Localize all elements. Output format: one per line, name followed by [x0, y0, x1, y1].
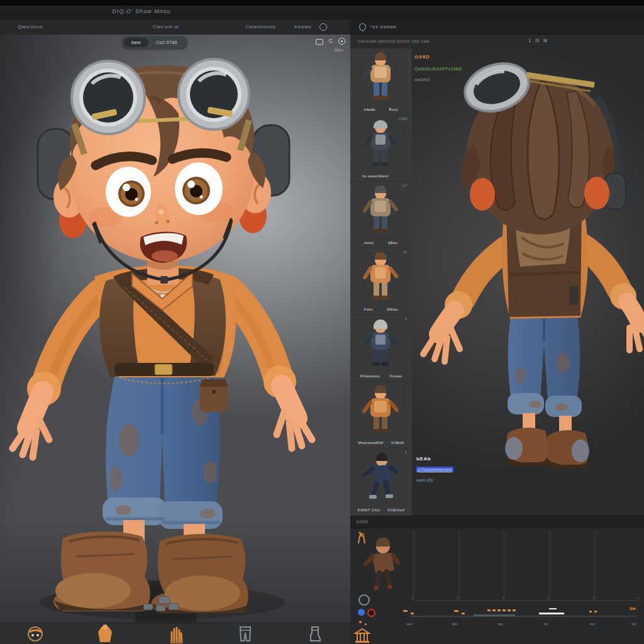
clip-bar-white[interactable]	[539, 613, 564, 614]
rotate-c-icon[interactable]: C	[327, 37, 335, 45]
detail-link[interactable]: pOwwwwwwwww	[416, 467, 453, 472]
selection-subtext: cwcVe3	[414, 77, 462, 82]
keyframe-dot-icon	[359, 621, 362, 623]
keyframe-mark[interactable]	[403, 610, 408, 612]
right-panel-header: ^ex eeewe	[350, 19, 644, 35]
variant-thumb-7	[357, 452, 404, 501]
keyframe-mark[interactable]	[594, 611, 597, 613]
grid-tick: +	[411, 596, 414, 599]
variant-thumb-1	[357, 52, 404, 101]
list-item-6[interactable]: MwwwwwWWKNE00	[350, 382, 412, 448]
list-item-2[interactable]: C9/0 hu wawnWard	[350, 115, 412, 182]
viewport-toolbar: C	[316, 37, 345, 45]
variant-list: kaaabBuvy C9/0 hu wawnWard	[350, 48, 413, 516]
variant-thumb-4	[357, 252, 404, 301]
clip-bar-gray[interactable]	[474, 614, 515, 616]
sync-circle-icon[interactable]	[319, 23, 327, 31]
head-category-button[interactable]	[0, 625, 70, 643]
detail-subtext: wwII-diS	[416, 478, 453, 482]
building-icon[interactable]	[353, 627, 371, 644]
item-labels: MwwwwwWWKNE00	[350, 441, 412, 445]
feet-category-button[interactable]	[280, 625, 350, 643]
frame-icon[interactable]	[316, 39, 323, 45]
keyframe-mark[interactable]	[462, 613, 465, 614]
timeline-track[interactable]	[410, 616, 636, 617]
item-meta: 1	[405, 317, 407, 321]
timeline-character-thumb[interactable]	[362, 538, 401, 591]
window-title: DIQ.O' Shaw Mnou	[0, 8, 283, 14]
viewport-front[interactable]: bew Ck0 5786 C 4km	[0, 35, 350, 623]
viewport-back[interactable]: G99D Qwb0bUEb9FFx1bb5 cwcVe3 bEAb pOwwww…	[412, 48, 644, 516]
item-labels: kaaabBuvy	[350, 108, 412, 111]
hands-category-button[interactable]	[140, 625, 210, 643]
list-item-5[interactable]: 1 KNwwwwuKowas	[350, 315, 412, 382]
grid-tick: +	[502, 596, 504, 599]
list-item-7[interactable]: 1 KWWT CAUKOEOw0	[350, 448, 412, 515]
variant-thumb-3	[357, 186, 404, 235]
legs-category-button[interactable]	[210, 625, 280, 643]
tick-label: wq	[590, 622, 595, 626]
layout-tools[interactable]: 1 ⊟ ⊞	[528, 38, 548, 43]
menu-item-file[interactable]: Qwo/onuo	[18, 24, 43, 30]
rotate-icon[interactable]	[358, 594, 370, 606]
ground-chip	[143, 604, 153, 610]
menu-bar: Qwo/onuo Cwo'em ai Cwwohoees eewwe	[0, 19, 350, 35]
tab-alt-view[interactable]: Ck0 5786	[148, 38, 185, 47]
list-item-4[interactable]: 0* FwttiSMiau	[350, 248, 412, 315]
menu-item-create[interactable]: Cwo'em ai	[153, 24, 179, 30]
grid-tick: +	[636, 596, 639, 599]
track-end-label: bw	[630, 606, 636, 611]
blue-marker-icon[interactable]	[358, 609, 365, 616]
item-meta: 1	[405, 450, 407, 454]
keyframe-mark[interactable]	[411, 613, 414, 614]
body-category-button[interactable]	[70, 625, 140, 643]
tick-label: wg	[498, 622, 503, 626]
timeline-panel: k99G + + + + + +	[350, 516, 644, 644]
clip-bar-orange[interactable]	[487, 609, 516, 611]
right-panel-subheader: cwcvoan wenone bnoon nan caw 1 ⊟ ⊞	[350, 35, 644, 49]
target-icon[interactable]	[338, 38, 345, 45]
item-labels: KWWT CAUKOEOw0	[350, 508, 412, 512]
selection-info: G99D Qwb0bUEb9FFx1bb5 cwcVe3	[414, 54, 462, 82]
ground-chip	[156, 605, 165, 611]
detail-title: bEAb	[416, 456, 453, 462]
detail-info: bEAb pOwwwwwwwww wwII-diS	[416, 456, 453, 482]
tick-label: tw	[544, 622, 548, 626]
asset-path-text: cwcvoan wenone bnoon nan caw	[358, 39, 430, 43]
tick-label: tw	[632, 622, 636, 626]
keyframe-mark[interactable]	[454, 610, 458, 612]
timeline-header: k99G	[350, 516, 644, 528]
keyframe-dot-icon	[365, 623, 367, 625]
variant-thumb-6	[357, 386, 404, 435]
legs-icon	[236, 625, 254, 643]
grid-tick: +	[592, 596, 595, 599]
droplet-icon	[358, 22, 368, 32]
torso-icon	[96, 625, 114, 643]
timeline-title: k99G	[357, 519, 369, 524]
menu-item-view[interactable]: eewwe	[294, 24, 311, 30]
title-bar: DIQ.O' Shaw Mnou	[0, 6, 644, 20]
selection-id: Qwb0bUEb9FFx1bb5	[414, 67, 462, 71]
list-item-3[interactable]: L/* kweti&Ban	[350, 182, 412, 248]
tab-front-view[interactable]: bew	[124, 38, 148, 47]
character-studio-app: DIQ.O' Shaw Mnou Qwo/onuo Cwo'em ai Cwwo…	[0, 0, 644, 644]
item-meta: L/*	[402, 184, 407, 187]
character-back-render[interactable]	[412, 48, 644, 516]
clip-mark-white[interactable]	[549, 608, 557, 609]
selection-title: G99D	[414, 54, 462, 60]
menu-item-custom[interactable]: Cwwohoees	[245, 24, 275, 30]
timeline-grid[interactable]	[413, 531, 640, 601]
right-panel-title: ^ex eeewe	[370, 24, 397, 30]
ground-chip	[169, 603, 179, 610]
item-labels: FwttiSMiau	[350, 308, 412, 311]
tick-label: ww	[407, 622, 413, 626]
keyframe-mark[interactable]	[589, 611, 592, 613]
window-top-strip	[0, 0, 644, 6]
item-labels: KNwwwwuKowas	[350, 374, 412, 378]
head-icon	[26, 625, 45, 643]
grid-tick: +	[547, 596, 550, 599]
list-item-1[interactable]: kaaabBuvy	[350, 48, 412, 115]
record-icon[interactable]	[367, 609, 375, 617]
character-front-render[interactable]	[0, 35, 350, 623]
variant-thumb-5	[357, 319, 404, 368]
